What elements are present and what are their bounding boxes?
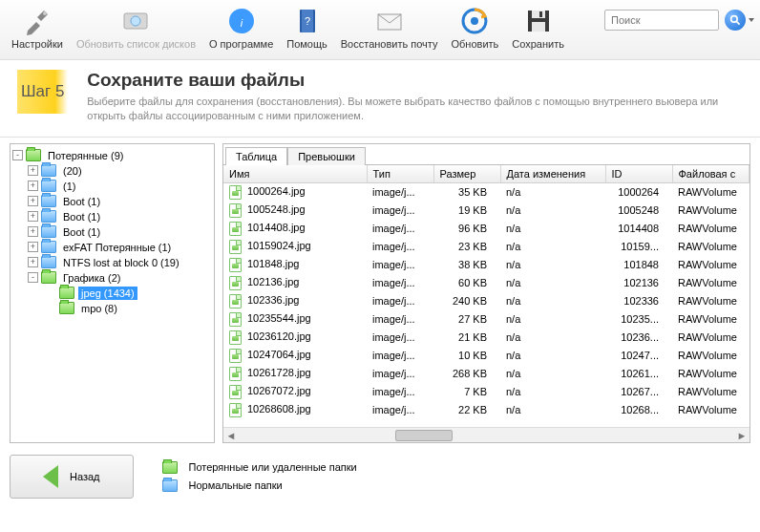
table-row[interactable]: 1014408.jpgimage/j...96 KBn/a1014408RAWV… — [223, 220, 749, 238]
book-icon: ? — [292, 6, 323, 36]
tree-item-label[interactable]: (1) — [60, 180, 78, 193]
table-row[interactable]: 101848.jpgimage/j...38 KBn/a101848RAWVol… — [223, 256, 749, 274]
tree-item-label[interactable]: Boot (1) — [60, 225, 103, 239]
arrow-left-icon — [43, 465, 58, 488]
tree-item[interactable]: jpeg (1434) — [43, 286, 137, 301]
image-file-icon — [229, 258, 242, 272]
tree-item-label[interactable]: jpeg (1434) — [78, 287, 137, 300]
folder-blue-icon — [41, 164, 56, 177]
col-date[interactable]: Дата изменения — [500, 165, 605, 183]
table-row[interactable]: 102136.jpgimage/j...60 KBn/a102136RAWVol… — [223, 274, 749, 292]
tree-item[interactable]: + (20) — [28, 163, 182, 179]
tree-item-label[interactable]: exFAT Потерянные (1) — [60, 241, 174, 254]
magnifier-icon — [729, 14, 742, 27]
tree-item[interactable]: -Графика (2) — [28, 270, 182, 286]
floppy-icon — [523, 6, 554, 36]
collapse-icon[interactable]: - — [12, 150, 23, 160]
info-icon: i — [226, 6, 257, 36]
table-row[interactable]: 1000264.jpgimage/j...35 KBn/a1000264RAWV… — [223, 182, 749, 202]
image-file-icon — [229, 349, 242, 363]
expand-icon[interactable]: + — [28, 211, 38, 222]
step-title: Сохраните ваши файлы — [87, 70, 743, 91]
folder-green-icon — [162, 461, 178, 474]
search-button[interactable] — [725, 10, 746, 31]
image-file-icon — [229, 240, 242, 254]
back-button[interactable]: Назад — [10, 455, 134, 499]
tree-item-label[interactable]: Boot (1) — [60, 195, 103, 208]
tab-thumbs[interactable]: Превьюшки — [287, 147, 366, 165]
refresh-button[interactable]: Обновить — [446, 4, 505, 52]
col-id[interactable]: ID — [605, 165, 672, 183]
refresh-disks-button[interactable]: Обновить список дисков — [71, 4, 201, 52]
expand-icon[interactable]: + — [28, 196, 38, 206]
tree-item[interactable]: mpo (8) — [43, 301, 137, 316]
table-row[interactable]: 10235544.jpgimage/j...27 KBn/a10235...RA… — [223, 310, 749, 329]
file-list-pane: Таблица Превьюшки Имя Тип Размер Дата из… — [222, 143, 750, 443]
image-file-icon — [229, 294, 242, 309]
tree-item[interactable]: +NTFS lost at block 0 (19) — [28, 255, 182, 270]
tree-item-label[interactable]: NTFS lost at block 0 (19) — [60, 256, 182, 269]
about-button[interactable]: i О программе — [203, 4, 279, 52]
scroll-thumb[interactable] — [395, 430, 453, 441]
svg-point-2 — [131, 16, 140, 26]
expand-icon[interactable]: + — [28, 181, 38, 191]
refresh-icon — [459, 6, 490, 36]
search-input[interactable] — [604, 10, 719, 31]
expand-icon[interactable]: + — [28, 165, 38, 176]
table-row[interactable]: 10159024.jpgimage/j...23 KBn/a10159...RA… — [223, 238, 749, 256]
folder-blue-icon — [41, 195, 56, 207]
image-file-icon — [229, 312, 242, 327]
help-button[interactable]: ? Помощь — [281, 4, 333, 52]
col-type[interactable]: Тип — [367, 165, 433, 183]
tab-table[interactable]: Таблица — [225, 147, 287, 165]
tree-item[interactable]: +exFAT Потерянные (1) — [28, 240, 182, 255]
wrench-icon — [22, 6, 53, 36]
svg-rect-12 — [532, 11, 545, 18]
expand-icon[interactable]: + — [28, 242, 38, 252]
scroll-left-icon[interactable]: ◄ — [223, 428, 239, 443]
svg-rect-13 — [532, 22, 545, 32]
file-grid[interactable]: Имя Тип Размер Дата изменения ID Файлова… — [223, 164, 749, 427]
table-row[interactable]: 10236120.jpgimage/j...21 KBn/a10236...RA… — [223, 329, 749, 347]
col-fs[interactable]: Файловая с — [672, 165, 749, 183]
collapse-icon[interactable]: - — [28, 272, 38, 283]
scroll-right-icon[interactable]: ► — [734, 428, 749, 443]
image-file-icon — [229, 385, 242, 399]
tree-item[interactable]: +Boot (1) — [28, 224, 182, 240]
folder-green-icon — [41, 271, 56, 284]
folder-blue-icon — [162, 479, 178, 492]
table-row[interactable]: 10261728.jpgimage/j...268 KBn/a10261...R… — [223, 365, 749, 383]
svg-point-15 — [730, 15, 737, 22]
save-button[interactable]: Сохранить — [506, 4, 570, 52]
search-dropdown-icon[interactable] — [749, 18, 754, 22]
svg-rect-14 — [539, 11, 542, 17]
step-badge: Шаг 5 — [17, 70, 68, 114]
table-row[interactable]: 10268608.jpgimage/j...22 KBn/a10268...RA… — [223, 401, 749, 419]
tree-item-label[interactable]: Boot (1) — [60, 210, 103, 223]
table-row[interactable]: 1005248.jpgimage/j...19 KBn/a1005248RAWV… — [223, 202, 749, 220]
folder-green-icon — [59, 287, 74, 299]
folder-tree[interactable]: -Потерянные (9)+ (20)+ (1)+Boot (1)+Boot… — [10, 143, 215, 443]
tree-item-label[interactable]: (20) — [60, 164, 85, 178]
col-name[interactable]: Имя — [223, 165, 367, 183]
settings-button[interactable]: Настройки — [6, 4, 69, 52]
folder-blue-icon — [41, 210, 56, 223]
tree-item[interactable]: +Boot (1) — [28, 194, 182, 209]
table-row[interactable]: 10247064.jpgimage/j...10 KBn/a10247...RA… — [223, 347, 749, 365]
table-row[interactable]: 102336.jpgimage/j...240 KBn/a102336RAWVo… — [223, 292, 749, 310]
tree-item-label[interactable]: mpo (8) — [78, 302, 120, 315]
recover-mail-button[interactable]: Восстановить почту — [335, 4, 444, 52]
horizontal-scrollbar[interactable]: ◄ ► — [223, 427, 749, 442]
step-header: Шаг 5 Сохраните ваши файлы Выберите файл… — [0, 60, 760, 138]
col-size[interactable]: Размер — [433, 165, 500, 183]
tree-item[interactable]: +Boot (1) — [28, 209, 182, 224]
tree-item-label[interactable]: Графика (2) — [60, 271, 123, 285]
image-file-icon — [229, 276, 242, 290]
expand-icon[interactable]: + — [28, 257, 38, 267]
table-row[interactable]: 10267072.jpgimage/j...7 KBn/a10267...RAW… — [223, 383, 749, 401]
tree-item[interactable]: -Потерянные (9) — [12, 148, 212, 163]
tree-item[interactable]: + (1) — [28, 179, 182, 194]
tree-item-label[interactable]: Потерянные (9) — [45, 149, 126, 162]
svg-line-16 — [736, 21, 739, 24]
expand-icon[interactable]: + — [28, 226, 38, 237]
